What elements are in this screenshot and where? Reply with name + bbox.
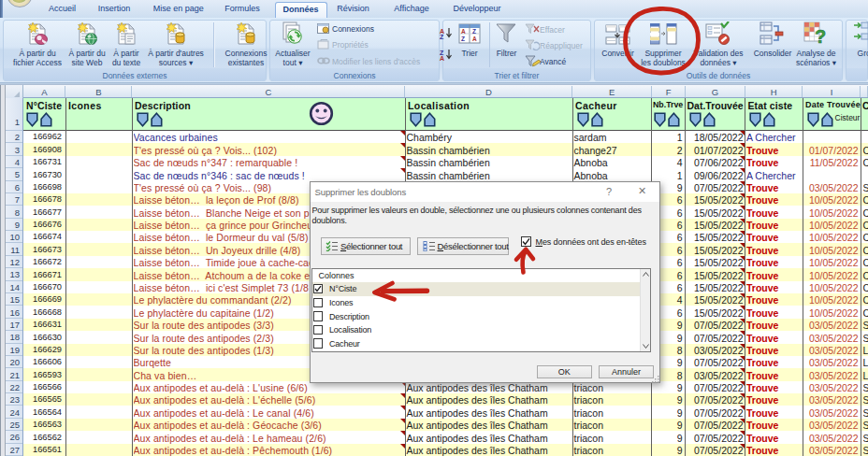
svg-text:Z: Z <box>461 36 465 42</box>
svg-text:Z: Z <box>472 28 476 35</box>
svg-text:A: A <box>472 36 477 42</box>
svg-text:?: ? <box>815 26 826 46</box>
svg-text:A: A <box>440 55 444 62</box>
svg-text:Z: Z <box>440 34 444 40</box>
svg-text:A: A <box>461 28 466 35</box>
